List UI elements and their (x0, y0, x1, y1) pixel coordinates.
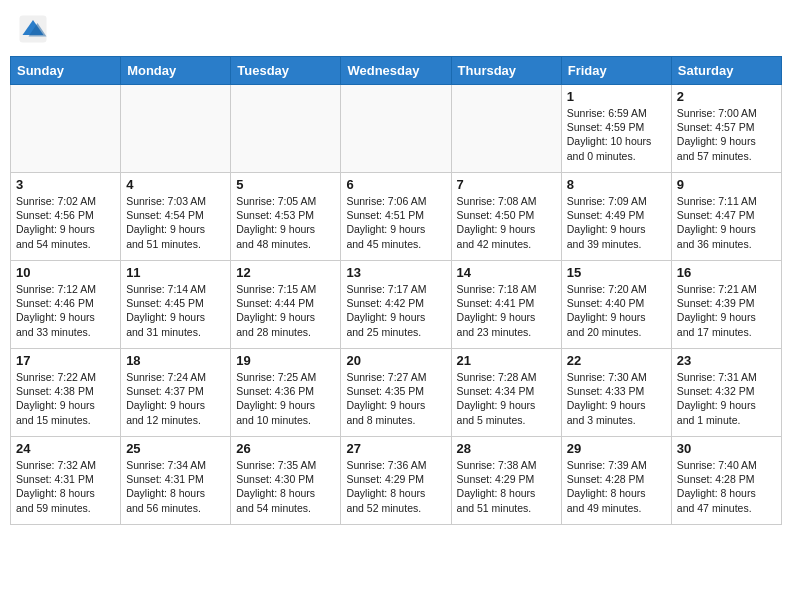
day-number: 26 (236, 441, 335, 456)
day-number: 17 (16, 353, 115, 368)
day-info: Sunrise: 7:14 AM Sunset: 4:45 PM Dayligh… (126, 282, 225, 339)
calendar-day-cell: 25Sunrise: 7:34 AM Sunset: 4:31 PM Dayli… (121, 437, 231, 525)
day-number: 29 (567, 441, 666, 456)
day-number: 11 (126, 265, 225, 280)
day-info: Sunrise: 7:38 AM Sunset: 4:29 PM Dayligh… (457, 458, 556, 515)
calendar-day-cell (11, 85, 121, 173)
calendar-week-row: 1Sunrise: 6:59 AM Sunset: 4:59 PM Daylig… (11, 85, 782, 173)
day-number: 22 (567, 353, 666, 368)
calendar-header-row: SundayMondayTuesdayWednesdayThursdayFrid… (11, 57, 782, 85)
calendar-day-cell: 9Sunrise: 7:11 AM Sunset: 4:47 PM Daylig… (671, 173, 781, 261)
day-number: 1 (567, 89, 666, 104)
day-number: 23 (677, 353, 776, 368)
calendar-day-cell: 5Sunrise: 7:05 AM Sunset: 4:53 PM Daylig… (231, 173, 341, 261)
calendar-day-cell: 17Sunrise: 7:22 AM Sunset: 4:38 PM Dayli… (11, 349, 121, 437)
calendar-day-cell: 30Sunrise: 7:40 AM Sunset: 4:28 PM Dayli… (671, 437, 781, 525)
calendar-day-cell: 27Sunrise: 7:36 AM Sunset: 4:29 PM Dayli… (341, 437, 451, 525)
day-info: Sunrise: 7:02 AM Sunset: 4:56 PM Dayligh… (16, 194, 115, 251)
calendar-day-cell: 8Sunrise: 7:09 AM Sunset: 4:49 PM Daylig… (561, 173, 671, 261)
day-number: 6 (346, 177, 445, 192)
day-info: Sunrise: 7:00 AM Sunset: 4:57 PM Dayligh… (677, 106, 776, 163)
calendar-day-cell: 18Sunrise: 7:24 AM Sunset: 4:37 PM Dayli… (121, 349, 231, 437)
calendar-day-cell: 24Sunrise: 7:32 AM Sunset: 4:31 PM Dayli… (11, 437, 121, 525)
page: SundayMondayTuesdayWednesdayThursdayFrid… (0, 0, 792, 535)
calendar-day-cell: 11Sunrise: 7:14 AM Sunset: 4:45 PM Dayli… (121, 261, 231, 349)
day-info: Sunrise: 7:25 AM Sunset: 4:36 PM Dayligh… (236, 370, 335, 427)
calendar-day-cell (231, 85, 341, 173)
day-number: 27 (346, 441, 445, 456)
day-number: 24 (16, 441, 115, 456)
weekday-header: Tuesday (231, 57, 341, 85)
day-number: 8 (567, 177, 666, 192)
header (10, 10, 782, 48)
day-number: 20 (346, 353, 445, 368)
calendar-day-cell: 6Sunrise: 7:06 AM Sunset: 4:51 PM Daylig… (341, 173, 451, 261)
day-info: Sunrise: 7:05 AM Sunset: 4:53 PM Dayligh… (236, 194, 335, 251)
day-info: Sunrise: 7:15 AM Sunset: 4:44 PM Dayligh… (236, 282, 335, 339)
logo-icon (18, 14, 48, 44)
day-info: Sunrise: 7:34 AM Sunset: 4:31 PM Dayligh… (126, 458, 225, 515)
calendar-week-row: 17Sunrise: 7:22 AM Sunset: 4:38 PM Dayli… (11, 349, 782, 437)
day-info: Sunrise: 7:17 AM Sunset: 4:42 PM Dayligh… (346, 282, 445, 339)
weekday-header: Sunday (11, 57, 121, 85)
day-info: Sunrise: 7:12 AM Sunset: 4:46 PM Dayligh… (16, 282, 115, 339)
calendar-day-cell: 22Sunrise: 7:30 AM Sunset: 4:33 PM Dayli… (561, 349, 671, 437)
calendar-day-cell: 7Sunrise: 7:08 AM Sunset: 4:50 PM Daylig… (451, 173, 561, 261)
day-number: 14 (457, 265, 556, 280)
calendar-day-cell: 26Sunrise: 7:35 AM Sunset: 4:30 PM Dayli… (231, 437, 341, 525)
calendar: SundayMondayTuesdayWednesdayThursdayFrid… (10, 56, 782, 525)
calendar-week-row: 24Sunrise: 7:32 AM Sunset: 4:31 PM Dayli… (11, 437, 782, 525)
day-info: Sunrise: 7:24 AM Sunset: 4:37 PM Dayligh… (126, 370, 225, 427)
day-info: Sunrise: 7:30 AM Sunset: 4:33 PM Dayligh… (567, 370, 666, 427)
weekday-header: Saturday (671, 57, 781, 85)
day-info: Sunrise: 7:20 AM Sunset: 4:40 PM Dayligh… (567, 282, 666, 339)
calendar-day-cell: 4Sunrise: 7:03 AM Sunset: 4:54 PM Daylig… (121, 173, 231, 261)
day-number: 3 (16, 177, 115, 192)
calendar-day-cell: 23Sunrise: 7:31 AM Sunset: 4:32 PM Dayli… (671, 349, 781, 437)
calendar-week-row: 3Sunrise: 7:02 AM Sunset: 4:56 PM Daylig… (11, 173, 782, 261)
calendar-day-cell: 14Sunrise: 7:18 AM Sunset: 4:41 PM Dayli… (451, 261, 561, 349)
day-info: Sunrise: 7:27 AM Sunset: 4:35 PM Dayligh… (346, 370, 445, 427)
day-number: 21 (457, 353, 556, 368)
calendar-day-cell: 13Sunrise: 7:17 AM Sunset: 4:42 PM Dayli… (341, 261, 451, 349)
calendar-day-cell: 19Sunrise: 7:25 AM Sunset: 4:36 PM Dayli… (231, 349, 341, 437)
day-info: Sunrise: 7:09 AM Sunset: 4:49 PM Dayligh… (567, 194, 666, 251)
calendar-day-cell: 10Sunrise: 7:12 AM Sunset: 4:46 PM Dayli… (11, 261, 121, 349)
day-info: Sunrise: 7:03 AM Sunset: 4:54 PM Dayligh… (126, 194, 225, 251)
day-info: Sunrise: 7:06 AM Sunset: 4:51 PM Dayligh… (346, 194, 445, 251)
weekday-header: Monday (121, 57, 231, 85)
calendar-day-cell (121, 85, 231, 173)
day-number: 19 (236, 353, 335, 368)
day-info: Sunrise: 7:11 AM Sunset: 4:47 PM Dayligh… (677, 194, 776, 251)
day-number: 2 (677, 89, 776, 104)
logo (18, 14, 52, 44)
day-info: Sunrise: 7:32 AM Sunset: 4:31 PM Dayligh… (16, 458, 115, 515)
calendar-day-cell: 21Sunrise: 7:28 AM Sunset: 4:34 PM Dayli… (451, 349, 561, 437)
day-info: Sunrise: 7:08 AM Sunset: 4:50 PM Dayligh… (457, 194, 556, 251)
day-number: 7 (457, 177, 556, 192)
day-info: Sunrise: 7:18 AM Sunset: 4:41 PM Dayligh… (457, 282, 556, 339)
weekday-header: Thursday (451, 57, 561, 85)
calendar-day-cell: 3Sunrise: 7:02 AM Sunset: 4:56 PM Daylig… (11, 173, 121, 261)
day-number: 18 (126, 353, 225, 368)
calendar-day-cell (451, 85, 561, 173)
weekday-header: Wednesday (341, 57, 451, 85)
day-info: Sunrise: 7:35 AM Sunset: 4:30 PM Dayligh… (236, 458, 335, 515)
day-number: 28 (457, 441, 556, 456)
day-number: 5 (236, 177, 335, 192)
calendar-day-cell: 20Sunrise: 7:27 AM Sunset: 4:35 PM Dayli… (341, 349, 451, 437)
day-info: Sunrise: 7:28 AM Sunset: 4:34 PM Dayligh… (457, 370, 556, 427)
weekday-header: Friday (561, 57, 671, 85)
day-info: Sunrise: 7:21 AM Sunset: 4:39 PM Dayligh… (677, 282, 776, 339)
day-info: Sunrise: 7:22 AM Sunset: 4:38 PM Dayligh… (16, 370, 115, 427)
day-number: 16 (677, 265, 776, 280)
day-number: 12 (236, 265, 335, 280)
calendar-day-cell: 15Sunrise: 7:20 AM Sunset: 4:40 PM Dayli… (561, 261, 671, 349)
day-number: 13 (346, 265, 445, 280)
calendar-day-cell: 29Sunrise: 7:39 AM Sunset: 4:28 PM Dayli… (561, 437, 671, 525)
day-info: Sunrise: 7:39 AM Sunset: 4:28 PM Dayligh… (567, 458, 666, 515)
day-number: 10 (16, 265, 115, 280)
calendar-day-cell: 12Sunrise: 7:15 AM Sunset: 4:44 PM Dayli… (231, 261, 341, 349)
day-number: 30 (677, 441, 776, 456)
day-info: Sunrise: 6:59 AM Sunset: 4:59 PM Dayligh… (567, 106, 666, 163)
